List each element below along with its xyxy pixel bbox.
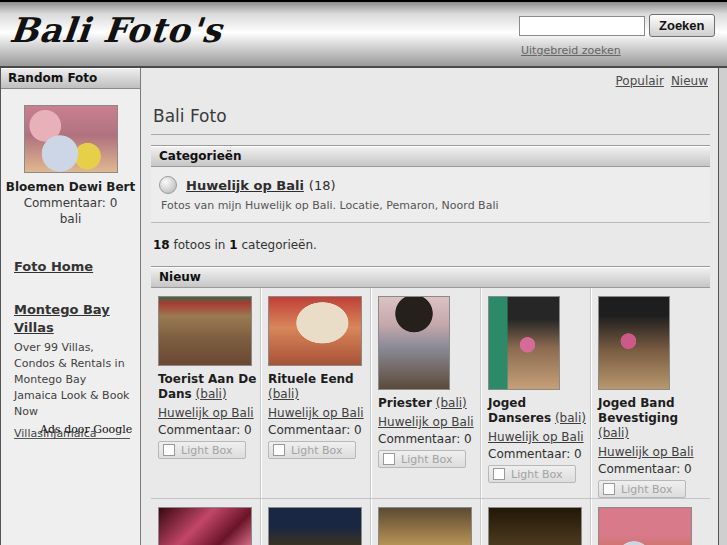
page-body: Random Foto Bloemen Dewi Bert Commentaar… [0,68,719,545]
category-item: Huwelijk op Bali (18) Fotos van mijn Huw… [151,167,710,223]
photo-album-link[interactable]: Huwelijk op Bali [488,430,584,444]
lightbox-button[interactable]: Light Box [158,441,246,459]
summary-text: fotoos in [170,238,230,252]
photo-card: Toerist Aan De Dans (bali) Huwelijk op B… [151,288,261,498]
lightbox-checkbox[interactable] [383,453,395,465]
photo-card: Gamelan Avond [481,499,591,545]
site-header: Bali Foto's Zoeken Uitgebreid zoeken [0,0,727,68]
nieuw-link[interactable]: Nieuw [671,74,708,88]
photo-thumbnail[interactable] [268,507,362,545]
photo-thumbnail[interactable] [158,296,252,366]
random-foto-thumbnail[interactable] [24,105,118,173]
random-foto-block: Bloemen Dewi Bert Commentaar: 0 bali [1,89,140,226]
main-content: PopulairNieuw Bali Foto Categorieën Huwe… [141,68,718,545]
search-area: Zoeken Uitgebreid zoeken [519,14,719,58]
photo-album-link[interactable]: Huwelijk op Bali [158,406,254,420]
category-count: (18) [309,178,336,193]
photo-thumbnail[interactable] [378,296,450,390]
photo-comment: Commentaar: 0 [158,423,260,437]
advanced-search-link[interactable]: Uitgebreid zoeken [521,44,621,57]
photo-card: Priester (bali) Huwelijk op Bali Comment… [371,288,481,498]
random-foto-header: Random Foto [1,68,140,89]
ad-title-link[interactable]: Montego Bay Villas [14,301,110,336]
random-foto-title: Bloemen Dewi Bert [1,180,140,194]
category-bullet-icon [159,176,177,194]
photo-album-link[interactable]: Huwelijk op Bali [268,406,364,420]
summary-category-count: 1 [229,238,237,252]
lightbox-checkbox[interactable] [603,483,615,495]
photo-tag-link[interactable]: (bali) [555,411,586,425]
random-foto-category: bali [1,212,140,226]
lightbox-label: Light Box [401,453,452,466]
photo-comment: Commentaar: 0 [378,432,480,446]
title-divider [151,134,710,135]
photo-card: Joged Danseres (bali) Huwelijk op Bali C… [481,288,591,498]
lightbox-label: Light Box [621,483,672,496]
sort-nav: PopulairNieuw [151,74,710,88]
photo-card: Gamelan Orkest [371,499,481,545]
photo-album-link[interactable]: Huwelijk op Bali [378,415,474,429]
photo-tag-link[interactable]: (bali) [196,387,227,401]
photo-thumbnail[interactable] [488,507,582,545]
photo-title: Priester [378,396,432,410]
search-button[interactable]: Zoeken [649,14,715,37]
lightbox-checkbox[interactable] [493,468,505,480]
photo-thumbnail[interactable] [378,507,472,545]
photo-title: Joged Danseres [488,396,551,425]
search-input[interactable] [519,16,645,36]
photo-tag-link[interactable]: (bali) [268,387,299,401]
foto-home-link[interactable]: Foto Home [14,259,93,274]
google-ad: Montego Bay Villas Over 99 Villas, Condo… [1,275,140,439]
photo-thumbnail[interactable] [268,296,362,366]
photo-summary: 18 fotoos in 1 categorieën. [153,238,710,252]
photo-album-link[interactable]: Huwelijk op Bali [598,445,694,459]
photo-thumbnail[interactable] [598,507,692,545]
photo-title: Rituele Eend [268,372,354,386]
lightbox-button[interactable]: Light Box [268,441,356,459]
category-description: Fotos van mijn Huwelijk op Bali. Locatie… [161,199,704,212]
lightbox-button[interactable]: Light Box [598,480,686,498]
lightbox-label: Light Box [291,444,342,457]
category-link[interactable]: Huwelijk op Bali [186,178,304,193]
lightbox-label: Light Box [511,468,562,481]
photo-comment: Commentaar: 0 [598,462,701,476]
photo-card: Duurt Het Lang [591,499,701,545]
nieuw-section-header: Nieuw [151,266,710,288]
photo-comment: Commentaar: 0 [488,447,590,461]
lightbox-checkbox[interactable] [163,444,175,456]
photo-thumbnail[interactable] [488,296,560,390]
photo-thumbnail[interactable] [598,296,670,390]
photo-card: Joged Band Bevestiging (bali) Huwelijk o… [591,288,701,498]
photo-grid-row-1: Toerist Aan De Dans (bali) Huwelijk op B… [151,288,710,498]
lightbox-button[interactable]: Light Box [378,450,466,468]
ad-body-text: Over 99 Villas, Condos & Rentals in Mont… [14,340,130,420]
summary-text-end: categorieën. [238,238,317,252]
photo-comment: Commentaar: 0 [268,423,370,437]
photo-card: Rituele Eend (bali) Huwelijk op Bali Com… [261,288,371,498]
photo-tag-link[interactable]: (bali) [436,396,467,410]
populair-link[interactable]: Populair [616,74,664,88]
photo-card: Gek [261,499,371,545]
photo-card: Gekken Op Zn [151,499,261,545]
page-title: Bali Foto [153,106,710,126]
photo-title: Joged Band Bevestiging [598,396,678,425]
sidebar: Random Foto Bloemen Dewi Bert Commentaar… [1,68,141,545]
categories-section-header: Categorieën [151,145,710,167]
ads-by-google-label[interactable]: Ads door Google [40,423,132,436]
lightbox-checkbox[interactable] [273,444,285,456]
summary-photo-count: 18 [153,238,170,252]
page: Bali Foto's Zoeken Uitgebreid zoeken Ran… [0,0,727,545]
site-logo: Bali Foto's [8,10,225,50]
random-foto-comment: Commentaar: 0 [1,196,140,210]
photo-tag-link[interactable]: (bali) [598,426,629,440]
photo-grid-row-2: Gekken Op Zn Gek Gamelan Orkest Gamelan … [151,498,710,545]
lightbox-label: Light Box [181,444,232,457]
lightbox-button[interactable]: Light Box [488,465,576,483]
photo-thumbnail[interactable] [158,507,252,545]
